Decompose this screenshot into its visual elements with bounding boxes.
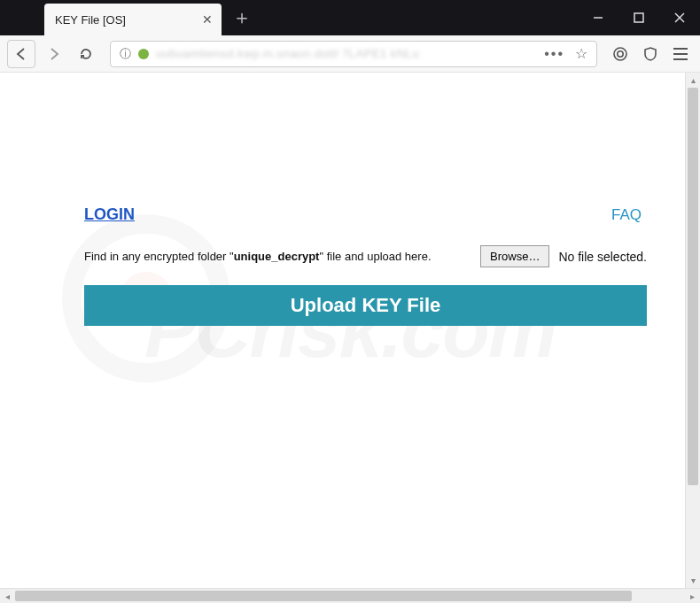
- shield-svg-icon: [642, 46, 658, 62]
- tor-circuit-icon[interactable]: [608, 42, 633, 66]
- onion-icon: [138, 49, 149, 59]
- info-icon[interactable]: ⓘ: [120, 46, 131, 62]
- window-controls: [578, 0, 700, 35]
- window-title-bar: KEY File [OS] ✕ ＋: [0, 0, 700, 35]
- browser-tab[interactable]: KEY File [OS] ✕: [44, 4, 222, 35]
- maximize-icon: [634, 12, 644, 23]
- close-window-button[interactable]: [659, 0, 700, 35]
- scroll-down-arrow-icon[interactable]: ▾: [686, 573, 700, 588]
- upload-key-file-button[interactable]: Upload KEY File: [84, 285, 647, 326]
- login-link[interactable]: LOGIN: [84, 205, 135, 224]
- vertical-scrollbar[interactable]: ▴ ▾: [685, 73, 700, 588]
- svg-point-5: [618, 50, 623, 56]
- h-scroll-track[interactable]: [15, 589, 685, 603]
- reload-icon: [79, 47, 93, 61]
- faq-link[interactable]: FAQ: [611, 206, 642, 224]
- arrow-left-icon: [14, 47, 28, 61]
- shield-icon[interactable]: [638, 42, 663, 66]
- horizontal-scrollbar[interactable]: ◂ ▸: [0, 588, 700, 603]
- tab-title: KEY File [OS]: [55, 13, 193, 27]
- svg-rect-1: [634, 13, 643, 22]
- menu-button[interactable]: [668, 42, 693, 66]
- forward-button[interactable]: [41, 41, 67, 67]
- page-content: LOGIN FAQ Find in any encrypted folder "…: [0, 73, 700, 326]
- minimize-button[interactable]: [578, 0, 618, 35]
- tab-close-icon[interactable]: ✕: [202, 12, 213, 27]
- maximize-button[interactable]: [618, 0, 659, 35]
- file-picker: Browse… No file selected.: [480, 245, 647, 267]
- upload-instruction: Find in any encrypted folder "unique_dec…: [84, 250, 432, 263]
- page-viewport: PCrisk.com LOGIN FAQ Find in any encrypt…: [0, 73, 700, 588]
- bookmark-star-icon[interactable]: ☆: [575, 45, 587, 62]
- filename-bold: unique_decrypt: [234, 250, 320, 263]
- h-scroll-thumb[interactable]: [15, 591, 632, 601]
- more-icon[interactable]: •••: [544, 46, 564, 62]
- arrow-right-icon: [47, 47, 61, 61]
- scroll-up-arrow-icon[interactable]: ▴: [686, 73, 700, 88]
- scroll-right-arrow-icon[interactable]: ▸: [685, 589, 700, 603]
- v-scroll-track[interactable]: [686, 88, 700, 573]
- reload-button[interactable]: [73, 41, 99, 67]
- back-button[interactable]: [7, 40, 35, 68]
- browser-toolbar: ⓘ uubuambensd.kwp.m.onaon.dottl 7LAPE1 k…: [0, 35, 700, 73]
- v-scroll-thumb[interactable]: [688, 88, 698, 485]
- close-icon: [674, 12, 685, 23]
- url-text: uubuambensd.kwp.m.onaon.dottl 7LAPE1 kNL…: [156, 47, 537, 60]
- minimize-icon: [593, 12, 603, 23]
- browse-button[interactable]: Browse…: [480, 245, 549, 267]
- new-tab-button[interactable]: ＋: [232, 0, 252, 35]
- scroll-left-arrow-icon[interactable]: ◂: [0, 589, 15, 603]
- circuit-icon: [612, 46, 628, 62]
- hamburger-icon: [673, 48, 688, 50]
- address-bar[interactable]: ⓘ uubuambensd.kwp.m.onaon.dottl 7LAPE1 k…: [110, 41, 597, 67]
- file-status-label: No file selected.: [558, 250, 647, 264]
- svg-point-4: [614, 48, 626, 60]
